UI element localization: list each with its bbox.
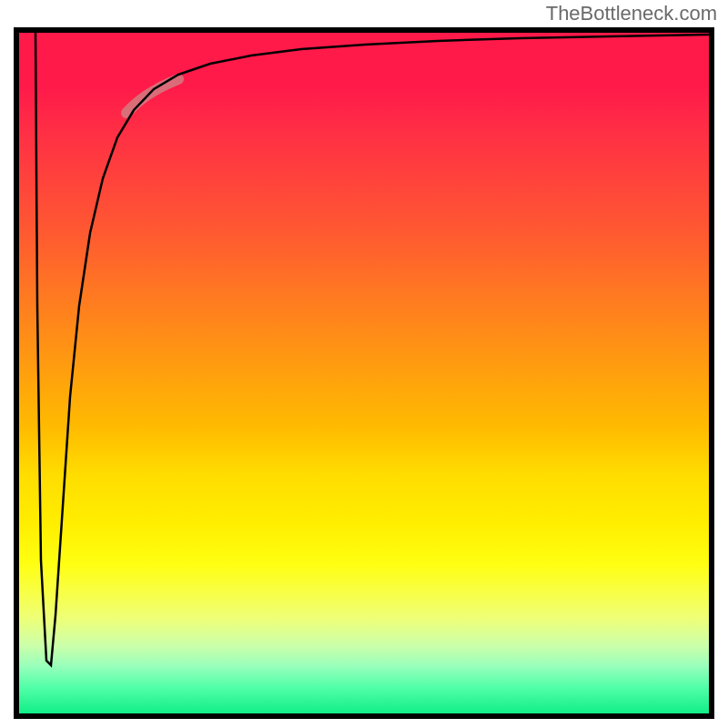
chart-svg <box>19 33 709 713</box>
watermark-text: TheBottleneck.com <box>546 2 717 25</box>
chart-plot-area <box>14 27 714 719</box>
bottleneck-curve-line <box>35 33 709 665</box>
highlight-segment <box>126 79 178 113</box>
